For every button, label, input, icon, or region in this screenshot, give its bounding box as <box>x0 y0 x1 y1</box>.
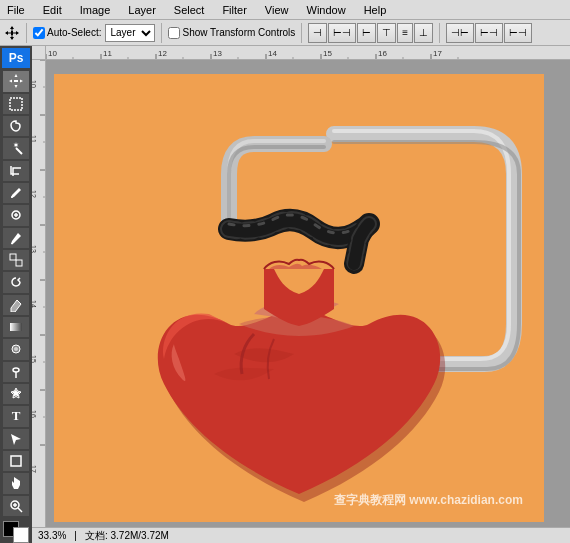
svg-text:13: 13 <box>32 245 37 253</box>
svg-text:16: 16 <box>378 49 387 58</box>
photoshop-canvas[interactable]: 查字典教程网 www.chazidian.com <box>46 60 570 527</box>
eraser-tool-btn[interactable] <box>3 295 29 315</box>
svg-rect-18 <box>46 46 570 59</box>
watermark-text: 查字典教程网 www.chazidian.com <box>334 493 523 507</box>
type-tool-icon: T <box>12 408 21 424</box>
svg-text:11: 11 <box>103 49 112 58</box>
svg-text:10: 10 <box>48 49 57 58</box>
toolbar-sep-3 <box>301 23 302 43</box>
svg-point-10 <box>14 347 18 351</box>
toolbar-sep-1 <box>26 23 27 43</box>
svg-text:15: 15 <box>323 49 332 58</box>
magic-wand-tool-btn[interactable] <box>3 138 29 158</box>
type-tool-btn[interactable]: T <box>3 406 29 426</box>
ruler-horizontal: 10 11 12 13 14 15 16 17 <box>32 46 570 60</box>
hose-connection <box>354 224 369 264</box>
menu-select[interactable]: Select <box>171 3 208 17</box>
shape-tool-btn[interactable] <box>3 451 29 471</box>
svg-point-2 <box>11 196 13 198</box>
menu-image[interactable]: Image <box>77 3 114 17</box>
toolbar-sep-4 <box>439 23 440 43</box>
ruler-vertical: 10 11 12 13 14 15 16 17 <box>32 60 46 527</box>
distribute-center-btn[interactable]: ⊢⊣ <box>475 23 503 43</box>
align-top-btn[interactable]: ⊤ <box>377 23 396 43</box>
pen-tool-btn[interactable] <box>3 384 29 404</box>
auto-select-dropdown[interactable]: Layer Group <box>105 24 155 42</box>
svg-text:15: 15 <box>32 355 37 363</box>
svg-rect-44 <box>32 60 46 527</box>
options-toolbar: Auto-Select: Layer Group Show Transform … <box>0 20 570 46</box>
menu-layer[interactable]: Layer <box>125 3 159 17</box>
align-right-btn[interactable]: ⊢ <box>357 23 376 43</box>
show-transform-label: Show Transform Controls <box>182 27 295 38</box>
heart-organ <box>158 300 445 502</box>
zoom-level: 33.3% <box>38 530 66 541</box>
svg-text:12: 12 <box>32 190 37 198</box>
svg-text:14: 14 <box>268 49 277 58</box>
menu-filter[interactable]: Filter <box>219 3 249 17</box>
dodge-tool-btn[interactable] <box>3 362 29 382</box>
menu-edit[interactable]: Edit <box>40 3 65 17</box>
tools-panel: Ps <box>0 46 32 543</box>
eyedropper-tool-btn[interactable] <box>3 183 29 203</box>
distribute-right-btn[interactable]: ⊢⊣ <box>504 23 532 43</box>
color-swatch[interactable] <box>3 521 29 543</box>
ruler-h-inner: 10 11 12 13 14 15 16 17 <box>46 46 570 59</box>
svg-text:17: 17 <box>32 465 37 473</box>
status-separator: | <box>74 530 77 541</box>
svg-text:13: 13 <box>213 49 222 58</box>
svg-rect-0 <box>10 98 22 110</box>
svg-point-11 <box>13 368 19 372</box>
menu-window[interactable]: Window <box>304 3 349 17</box>
svg-text:10: 10 <box>32 80 37 88</box>
svg-text:12: 12 <box>158 49 167 58</box>
gradient-tool-btn[interactable] <box>3 317 29 337</box>
heart-composite-svg: 查字典教程网 www.chazidian.com <box>54 74 544 522</box>
svg-line-1 <box>16 148 22 154</box>
ps-logo: Ps <box>2 48 30 68</box>
auto-select-label: Auto-Select: <box>47 27 101 38</box>
auto-select-checkbox[interactable] <box>33 27 45 39</box>
show-transform-checkbox-group: Show Transform Controls <box>168 27 295 39</box>
svg-rect-8 <box>10 323 22 331</box>
path-selection-tool-btn[interactable] <box>3 429 29 449</box>
canvas-inner: 10 11 12 13 14 15 16 17 <box>32 60 570 527</box>
svg-text:17: 17 <box>433 49 442 58</box>
svg-text:16: 16 <box>32 410 37 418</box>
auto-select-checkbox-group: Auto-Select: <box>33 27 101 39</box>
history-brush-tool-btn[interactable] <box>3 272 29 292</box>
svg-text:11: 11 <box>32 135 37 143</box>
zoom-tool-btn[interactable] <box>3 496 29 516</box>
healing-brush-tool-btn[interactable] <box>3 205 29 225</box>
canvas-document: 查字典教程网 www.chazidian.com <box>54 74 544 522</box>
svg-rect-6 <box>10 254 16 260</box>
move-tool-btn[interactable] <box>3 71 29 91</box>
brush-tool-btn[interactable] <box>3 228 29 248</box>
crop-tool-btn[interactable] <box>3 161 29 181</box>
svg-rect-13 <box>11 456 21 466</box>
clone-stamp-tool-btn[interactable] <box>3 250 29 270</box>
hand-tool-btn[interactable] <box>3 473 29 493</box>
blur-tool-btn[interactable] <box>3 339 29 359</box>
distribute-left-btn[interactable]: ⊣⊢ <box>446 23 474 43</box>
doc-info: 文档: 3.72M/3.72M <box>85 529 169 543</box>
align-middle-v-btn[interactable]: ≡ <box>397 23 413 43</box>
corrugated-hose <box>229 215 369 238</box>
main-area: Ps <box>0 46 570 543</box>
svg-line-15 <box>18 508 22 512</box>
move-tool-icon <box>4 25 20 41</box>
menu-bar: File Edit Image Layer Select Filter View… <box>0 0 570 20</box>
align-left-btn[interactable]: ⊣ <box>308 23 327 43</box>
toolbar-sep-2 <box>161 23 162 43</box>
show-transform-checkbox[interactable] <box>168 27 180 39</box>
menu-file[interactable]: File <box>4 3 28 17</box>
background-color[interactable] <box>13 527 29 543</box>
lasso-tool-btn[interactable] <box>3 116 29 136</box>
status-bar: 33.3% | 文档: 3.72M/3.72M <box>32 527 570 543</box>
menu-view[interactable]: View <box>262 3 292 17</box>
align-center-h-btn[interactable]: ⊢⊣ <box>328 23 356 43</box>
menu-help[interactable]: Help <box>361 3 390 17</box>
svg-rect-7 <box>16 260 22 266</box>
align-bottom-btn[interactable]: ⊥ <box>414 23 433 43</box>
marquee-tool-btn[interactable] <box>3 94 29 114</box>
